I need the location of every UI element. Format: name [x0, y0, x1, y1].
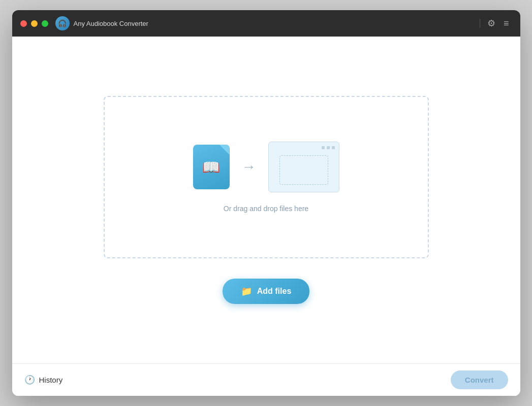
app-title: Any Audiobook Converter [74, 20, 148, 27]
minimize-button[interactable] [31, 20, 38, 27]
close-button[interactable] [20, 20, 27, 27]
titlebar: 🎧 Any Audiobook Converter ⚙ ≡ [12, 10, 520, 37]
drop-zone-illustration: 📖 → [193, 142, 339, 192]
maximize-button[interactable] [42, 20, 48, 27]
output-window-icon [268, 142, 339, 192]
convert-label: Convert [465, 376, 494, 384]
settings-button[interactable]: ⚙ [484, 17, 498, 30]
arrow-icon: → [242, 159, 256, 175]
window-dot-1 [322, 146, 325, 149]
drop-zone-text: Or drag and drop files here [224, 205, 308, 213]
app-icon: 🎧 [55, 16, 70, 30]
history-icon: 🕐 [24, 375, 35, 385]
app-window: 🎧 Any Audiobook Converter ⚙ ≡ 📖 → [12, 10, 520, 396]
window-icon-bar [322, 146, 335, 149]
audiobook-icon: 📖 [202, 159, 220, 176]
traffic-lights [20, 20, 48, 27]
gear-icon: ⚙ [487, 19, 495, 28]
drop-zone[interactable]: 📖 → Or drag and drop files here [104, 96, 429, 258]
add-files-label: Add files [257, 287, 292, 296]
add-files-icon: 📁 [241, 286, 252, 297]
menu-button[interactable]: ≡ [500, 17, 512, 30]
window-dot-3 [332, 146, 335, 149]
titlebar-right: ⚙ ≡ [480, 17, 512, 30]
add-files-section: 📁 Add files [223, 279, 310, 304]
file-icon: 📖 [193, 145, 230, 189]
titlebar-separator [480, 19, 480, 28]
bottom-bar: 🕐 History Convert [12, 363, 520, 396]
app-icon-glyph: 🎧 [58, 19, 67, 27]
main-content: 📖 → Or drag and drop files here [12, 37, 520, 363]
add-files-button[interactable]: 📁 Add files [223, 279, 310, 304]
window-dot-2 [327, 146, 330, 149]
app-branding: 🎧 Any Audiobook Converter [55, 16, 148, 30]
convert-button[interactable]: Convert [451, 370, 508, 389]
window-inner-box [279, 155, 328, 185]
hamburger-icon: ≡ [504, 19, 509, 28]
history-label: History [39, 376, 63, 384]
history-button[interactable]: 🕐 History [24, 375, 63, 385]
